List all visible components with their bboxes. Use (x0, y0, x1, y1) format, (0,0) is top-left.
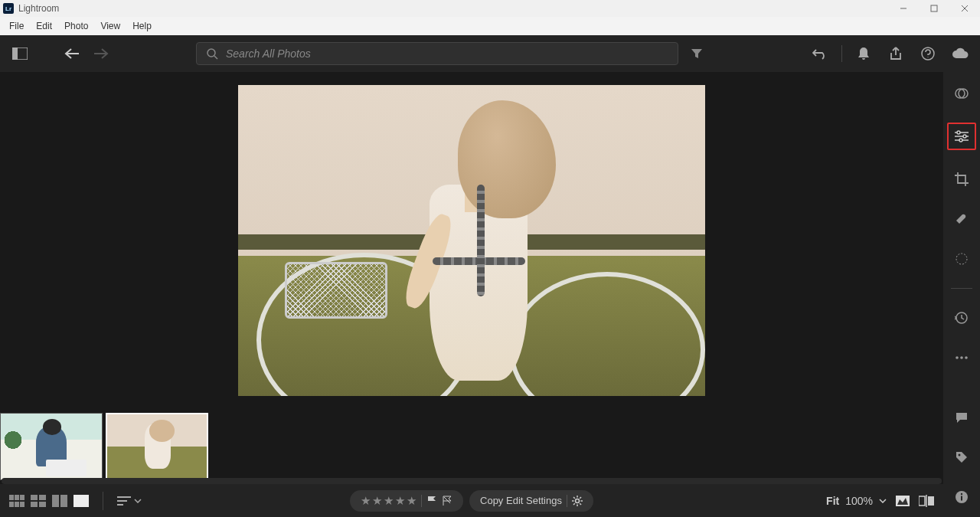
svg-rect-31 (20, 502, 24, 507)
zoom-control[interactable]: Fit 100% (826, 495, 887, 507)
masking-tool-icon[interactable] (951, 248, 972, 270)
compare-view-icon[interactable] (52, 495, 67, 507)
versions-tool-icon[interactable] (951, 307, 972, 329)
svg-line-50 (573, 503, 575, 505)
rating-flag-pill[interactable]: ★★★★★ (350, 490, 463, 512)
close-button[interactable] (949, 0, 980, 17)
search-placeholder: Search All Photos (226, 47, 311, 60)
forward-button[interactable] (90, 43, 112, 64)
current-photo (238, 85, 705, 396)
flag-pick-icon[interactable] (426, 496, 437, 506)
filmstrip-thumb[interactable] (0, 413, 103, 480)
star-rating[interactable]: ★★★★★ (361, 494, 416, 508)
app-icon: Lr (3, 3, 14, 14)
svg-rect-35 (39, 502, 46, 507)
svg-point-19 (956, 356, 959, 359)
comments-icon[interactable] (951, 407, 972, 428)
svg-rect-36 (52, 495, 59, 507)
svg-rect-34 (31, 502, 38, 507)
cloud-sync-button[interactable] (949, 43, 971, 64)
svg-point-20 (960, 356, 963, 359)
menu-view[interactable]: View (94, 19, 126, 33)
bottombar-divider (103, 492, 103, 510)
more-tool-icon[interactable] (951, 347, 972, 368)
svg-rect-25 (961, 496, 962, 501)
svg-rect-54 (928, 496, 934, 506)
filmstrip-scrollbar[interactable] (2, 478, 942, 484)
svg-line-51 (580, 497, 581, 499)
copy-edit-settings-button[interactable]: Copy Edit Settings (469, 490, 593, 512)
edit-tool-icon[interactable] (947, 123, 976, 150)
svg-point-24 (961, 493, 962, 495)
svg-rect-29 (9, 502, 14, 507)
svg-point-21 (965, 356, 968, 359)
svg-point-14 (963, 135, 966, 138)
sidebar-divider (951, 288, 972, 289)
healing-tool-icon[interactable] (951, 208, 972, 230)
svg-point-12 (957, 131, 960, 134)
chevron-down-icon (879, 499, 887, 503)
menu-photo[interactable]: Photo (58, 19, 94, 33)
grid-view-large-icon[interactable] (31, 495, 46, 507)
zoom-percent: 100% (845, 495, 873, 507)
svg-line-49 (580, 503, 581, 505)
notifications-button[interactable] (853, 43, 874, 64)
svg-point-16 (959, 139, 962, 142)
before-after-icon[interactable] (919, 495, 934, 507)
photo-canvas[interactable] (0, 72, 943, 409)
gear-icon[interactable] (572, 496, 583, 506)
histogram-toggle-icon[interactable] (896, 496, 910, 506)
crop-tool-icon[interactable] (951, 169, 972, 190)
right-tool-sidebar (943, 72, 980, 517)
main-canvas-area (0, 72, 943, 484)
svg-rect-37 (60, 495, 67, 507)
minimize-button[interactable] (888, 0, 919, 17)
svg-rect-30 (15, 502, 19, 507)
keywords-icon[interactable] (951, 447, 972, 468)
window-titlebar: Lr Lightroom (0, 0, 980, 17)
filter-button[interactable] (686, 43, 707, 64)
menu-file[interactable]: File (3, 19, 30, 33)
search-icon (206, 47, 218, 60)
filmstrip-thumb[interactable] (106, 413, 208, 480)
grid-view-small-icon[interactable] (9, 495, 24, 507)
svg-rect-27 (15, 495, 19, 500)
svg-line-7 (214, 56, 217, 59)
back-button[interactable] (61, 43, 83, 64)
svg-rect-5 (12, 47, 18, 60)
svg-rect-38 (74, 495, 89, 507)
svg-rect-1 (931, 5, 937, 11)
svg-rect-33 (39, 495, 46, 500)
svg-rect-32 (31, 495, 38, 500)
svg-rect-26 (9, 495, 14, 500)
filmstrip (0, 409, 943, 484)
app-title: Lightroom (18, 3, 59, 14)
svg-point-6 (207, 49, 215, 57)
search-input[interactable]: Search All Photos (196, 42, 678, 65)
top-toolbar: Search All Photos (0, 35, 980, 72)
svg-point-17 (956, 254, 967, 264)
svg-point-43 (575, 499, 579, 502)
svg-rect-28 (20, 495, 24, 500)
share-button[interactable] (885, 43, 906, 64)
bottom-toolbar: ★★★★★ Copy Edit Settings Fit 100% (0, 484, 943, 517)
maximize-button[interactable] (919, 0, 949, 17)
sort-button[interactable] (117, 496, 142, 506)
svg-line-48 (573, 497, 575, 499)
info-icon[interactable] (951, 486, 972, 508)
undo-button[interactable] (809, 43, 831, 64)
zoom-fit-label: Fit (826, 495, 839, 507)
menu-edit[interactable]: Edit (30, 19, 58, 33)
panel-toggle-button[interactable] (9, 43, 31, 64)
chevron-down-icon (134, 499, 142, 503)
detail-view-icon[interactable] (74, 495, 89, 507)
flag-reject-icon[interactable] (442, 496, 452, 506)
copy-edit-settings-label: Copy Edit Settings (480, 495, 562, 506)
svg-rect-53 (919, 496, 925, 506)
presets-tool-icon[interactable] (951, 83, 972, 104)
menu-help[interactable]: Help (126, 19, 158, 33)
toolbar-divider (841, 45, 842, 62)
help-button[interactable] (917, 43, 939, 64)
svg-point-22 (959, 454, 961, 456)
menubar: File Edit Photo View Help (0, 17, 980, 35)
